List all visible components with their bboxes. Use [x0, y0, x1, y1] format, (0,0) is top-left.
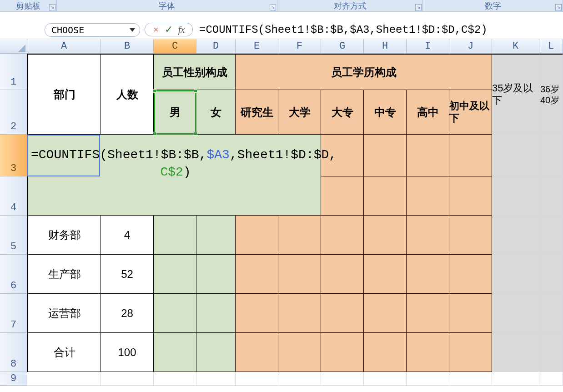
cell[interactable] [449, 135, 492, 176]
cell[interactable] [196, 216, 236, 255]
cell[interactable] [407, 135, 449, 176]
cell[interactable]: 100 [101, 333, 154, 372]
cell[interactable] [539, 135, 563, 176]
cell[interactable] [27, 176, 321, 216]
cell[interactable]: 52 [101, 255, 154, 294]
cell[interactable]: 人数 [101, 54, 154, 135]
dialog-launcher-icon[interactable]: ↘ [415, 4, 422, 10]
cell[interactable] [278, 255, 321, 294]
row-header[interactable]: 9 [0, 372, 27, 386]
cell[interactable] [321, 135, 364, 176]
cell[interactable] [492, 255, 539, 294]
row-header[interactable]: 4 [0, 176, 27, 216]
cell[interactable] [196, 333, 236, 372]
cell[interactable] [154, 255, 196, 294]
cell[interactable] [449, 255, 492, 294]
cell[interactable] [449, 333, 492, 372]
cell[interactable] [27, 372, 101, 386]
cell[interactable] [101, 372, 154, 386]
cell[interactable]: 初中及以下 [449, 90, 492, 135]
dialog-launcher-icon[interactable]: ↘ [555, 4, 562, 10]
select-all-corner[interactable] [0, 39, 27, 54]
cell[interactable] [196, 255, 236, 294]
cell[interactable] [321, 294, 364, 333]
cell[interactable] [278, 294, 321, 333]
cell[interactable]: 财务部 [27, 216, 101, 255]
col-header[interactable]: A [27, 39, 101, 54]
dialog-launcher-icon[interactable]: ↘ [270, 4, 276, 10]
cell[interactable]: 大学 [278, 90, 321, 135]
cell[interactable] [27, 135, 321, 176]
cell[interactable] [236, 255, 278, 294]
col-header[interactable]: L [539, 39, 563, 54]
cell[interactable] [364, 216, 407, 255]
cell[interactable] [492, 333, 539, 372]
cell[interactable] [154, 216, 196, 255]
cell[interactable]: 合计 [27, 333, 101, 372]
cell[interactable] [278, 372, 321, 386]
cell[interactable] [492, 216, 539, 255]
cell[interactable] [364, 255, 407, 294]
row-header[interactable]: 6 [0, 255, 27, 294]
row-header[interactable]: 3 [0, 135, 27, 176]
cell[interactable] [196, 294, 236, 333]
cell[interactable] [449, 216, 492, 255]
cell[interactable] [364, 135, 407, 176]
cancel-formula-button[interactable]: × [150, 25, 162, 35]
cell[interactable]: 女 [196, 90, 236, 135]
cell[interactable] [236, 372, 278, 386]
row-header[interactable]: 5 [0, 216, 27, 255]
cell[interactable] [492, 294, 539, 333]
row-header[interactable]: 7 [0, 294, 27, 333]
cell[interactable]: 员工性别构成 [154, 54, 236, 90]
dialog-launcher-icon[interactable]: ↘ [49, 4, 55, 10]
cell[interactable] [321, 255, 364, 294]
cell[interactable] [321, 372, 364, 386]
cell[interactable] [492, 176, 539, 216]
col-header[interactable]: E [236, 39, 278, 54]
cell[interactable]: 研究生 [236, 90, 278, 135]
cell[interactable] [154, 294, 196, 333]
cell[interactable] [449, 294, 492, 333]
cell[interactable]: 36岁40岁 [539, 54, 563, 135]
cell[interactable] [236, 294, 278, 333]
row-header[interactable]: 8 [0, 333, 27, 372]
cell[interactable] [321, 216, 364, 255]
col-header[interactable]: F [278, 39, 321, 54]
cell[interactable] [407, 372, 449, 386]
cell[interactable] [236, 333, 278, 372]
cell[interactable] [364, 176, 407, 216]
cell[interactable] [407, 216, 449, 255]
cell[interactable] [154, 333, 196, 372]
formula-input[interactable]: =COUNTIFS(Sheet1!$B:$B,$A3,Sheet1!$D:$D,… [193, 23, 563, 37]
cell[interactable]: 运营部 [27, 294, 101, 333]
cell[interactable] [539, 333, 563, 372]
enter-formula-button[interactable]: ✓ [162, 24, 175, 35]
cell[interactable] [321, 333, 364, 372]
col-header[interactable]: C [154, 39, 196, 54]
cell[interactable] [492, 135, 539, 176]
col-header[interactable]: K [492, 39, 539, 54]
cell[interactable]: 高中 [407, 90, 449, 135]
cell[interactable] [539, 255, 563, 294]
cell[interactable] [449, 372, 492, 386]
cell[interactable] [539, 372, 563, 386]
cell[interactable]: 部门 [27, 54, 101, 135]
cell[interactable] [407, 294, 449, 333]
cell[interactable] [539, 176, 563, 216]
cell[interactable] [407, 255, 449, 294]
cell[interactable]: 28 [101, 294, 154, 333]
col-header[interactable]: G [321, 39, 364, 54]
cell[interactable]: 大专 [321, 90, 364, 135]
row-header[interactable]: 2 [0, 90, 27, 135]
insert-function-button[interactable]: fx [175, 25, 188, 35]
cell[interactable] [539, 294, 563, 333]
cell[interactable] [492, 372, 539, 386]
cell[interactable] [278, 333, 321, 372]
cell[interactable] [364, 372, 407, 386]
cell[interactable]: 4 [101, 216, 154, 255]
cell[interactable] [407, 176, 449, 216]
chevron-down-icon[interactable] [130, 28, 135, 32]
cell[interactable]: 男 [154, 90, 196, 135]
col-header[interactable]: H [364, 39, 407, 54]
